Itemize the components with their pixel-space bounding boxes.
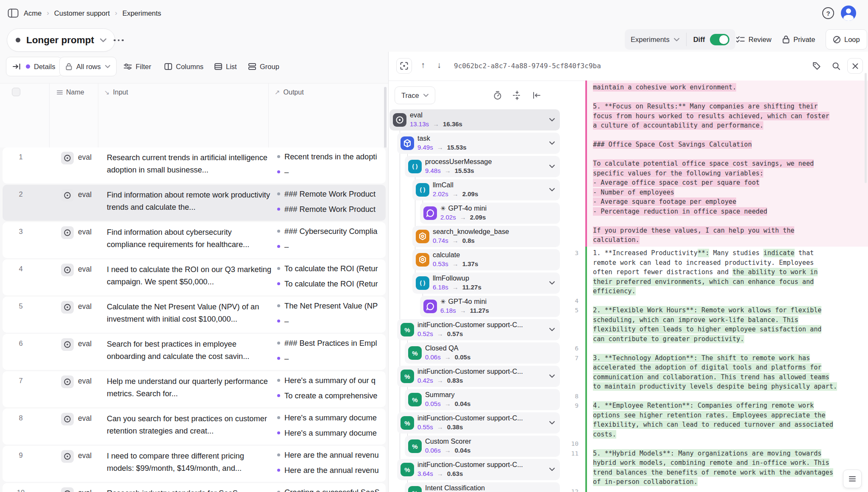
column-header-name[interactable]: Name [57, 87, 84, 97]
trace-span-row[interactable]: search_knowledge_base0.74s→0.8s [412, 226, 560, 247]
breadcrumb-project[interactable]: Customer support [54, 9, 110, 17]
table-row[interactable]: 2evalFind information about remote work … [3, 185, 386, 221]
row-number: 6 [15, 339, 26, 347]
private-label: Private [793, 36, 815, 44]
loop-icon [833, 36, 841, 44]
table-row[interactable]: 6evalSearch for best practices in employ… [3, 334, 386, 370]
chevron-down-icon[interactable] [549, 118, 555, 122]
table-row[interactable]: 8evalCan you search for best practices o… [3, 409, 386, 445]
trace-span-row[interactable]: ()llmFollowup6.18s→11.27s [412, 272, 560, 294]
details-button[interactable]: Details [6, 57, 62, 76]
table-row[interactable]: 1evalResearch current trends in artifici… [3, 147, 386, 183]
chevron-down-icon[interactable] [549, 281, 555, 285]
trace-span-row[interactable]: calculate0.53s→1.37s [412, 249, 560, 270]
trace-span-row[interactable]: ()processUserMessage9.48s→15.53s [405, 156, 560, 177]
trace-span-row[interactable]: %Intent Classification0.13s→0.08s [405, 482, 560, 492]
chevron-down-icon[interactable] [549, 188, 555, 192]
column-header-input[interactable]: ↘ Input [104, 87, 128, 97]
table-header: Name ↘ Input ↗ Output [0, 83, 388, 148]
trace-span-row[interactable]: %initFunction-Customer support-C...0.42s… [397, 366, 560, 387]
percent-span-icon: % [401, 463, 414, 476]
diff-removed-block: maintain a cohesive work environment. 5.… [585, 81, 868, 247]
table-row[interactable]: 10evalResearch industry standards for Sa… [3, 483, 386, 492]
trace-span-row[interactable]: %initFunction-Customer support-C...0.52s… [397, 319, 560, 340]
table-row[interactable]: 4evalI need to calculate the ROI on our … [3, 259, 386, 295]
close-icon [852, 63, 858, 69]
close-panel-button[interactable] [847, 58, 863, 74]
trace-span-row[interactable]: %Closed QA0.06s→0.05s [405, 342, 560, 364]
row-output-1: Here's a summary docume [277, 413, 384, 423]
diff-toggle[interactable] [710, 34, 729, 45]
percent-span-icon: % [408, 346, 422, 360]
trace-span-row[interactable]: %initFunction-Customer support-C...3.64s… [397, 459, 560, 480]
select-all-checkbox[interactable] [12, 88, 20, 96]
loop-button[interactable]: Loop [826, 29, 867, 50]
span-label: initFunction-Customer support-C... [417, 461, 547, 469]
help-icon[interactable]: ? [822, 7, 834, 19]
trace-span-row[interactable]: ✳GPT-4o mini6.18s→11.27s [420, 296, 560, 317]
trace-span-row[interactable]: ✳GPT-4o mini2.02s→2.09s [420, 203, 560, 224]
chevron-down-icon[interactable] [549, 467, 555, 471]
row-output-1: ### Cybersecurity Complia [277, 227, 384, 236]
row-output-1: To calculate the ROI (Retur [277, 264, 384, 273]
trace-span-row[interactable]: %Summary0.05s→0.04s [405, 389, 560, 410]
row-output-1: ### Remote Work Product [277, 189, 384, 199]
table-row[interactable]: 7evalHelp me understand our quarterly pe… [3, 371, 386, 407]
experiment-select[interactable]: Longer prompt [7, 28, 115, 52]
trace-span-row[interactable]: %initFunction-Customer support-C...0.55s… [397, 412, 560, 434]
filter-button[interactable]: Filter [124, 57, 151, 76]
group-button[interactable]: Group [248, 57, 279, 76]
trace-span-row[interactable]: eval13.13s→16.36s [389, 109, 560, 131]
span-label: task [417, 134, 547, 142]
private-button[interactable]: Private [782, 29, 815, 50]
sidebar-toggle-icon[interactable] [8, 8, 19, 18]
chevron-down-icon[interactable] [549, 374, 555, 378]
span-durations: 0.55s→0.38s [417, 423, 463, 431]
eval-target-icon [61, 375, 74, 388]
eval-target-icon [61, 264, 74, 276]
more-options-icon[interactable] [110, 34, 127, 47]
row-number: 9 [15, 451, 26, 459]
row-input: Search for best practices in employee on… [107, 338, 273, 362]
status-dot [16, 38, 20, 42]
row-input: Find information about remote work produ… [107, 189, 273, 213]
trace-span-row[interactable]: %Custom Scorer0.06s→0.04s [405, 436, 560, 457]
chevron-down-icon[interactable] [549, 421, 555, 425]
view-select[interactable]: Experiments [631, 36, 679, 44]
row-name: eval [78, 153, 92, 162]
chevron-down-icon[interactable] [549, 328, 555, 331]
table-row[interactable]: 3evalFind information about cybersecurit… [3, 222, 386, 258]
span-label: ✳GPT-4o mini [440, 297, 547, 306]
chat-span-icon [423, 300, 437, 313]
list-button[interactable]: List [214, 57, 237, 76]
all-rows-select[interactable]: All rows [59, 57, 117, 76]
columns-button[interactable]: Columns [164, 57, 203, 76]
diff-added-block: 1. **Increased Productivity**: Many stud… [585, 247, 868, 492]
search-icon[interactable] [832, 62, 840, 70]
table-row[interactable]: 9evalI need to compare three different p… [3, 446, 386, 482]
chevron-down-icon[interactable] [549, 141, 555, 145]
chevron-down-icon[interactable] [549, 164, 555, 168]
tag-icon[interactable] [812, 62, 821, 70]
row-input: Research industry standards for SaaS [107, 487, 273, 492]
breadcrumb-org[interactable]: Acme [24, 9, 42, 17]
diff-scrollbar[interactable] [865, 73, 867, 183]
outline-toggle-button[interactable] [843, 470, 862, 488]
span-durations: 0.06s→0.05s [425, 353, 470, 361]
row-input: Help me understand our quarterly perform… [107, 375, 273, 400]
column-header-output[interactable]: ↗ Output [275, 87, 304, 97]
avatar[interactable] [841, 6, 856, 21]
span-durations: 3.64s→0.63s [417, 470, 463, 477]
breadcrumb-section[interactable]: Experiments [122, 9, 161, 17]
row-output-2: To calculate the ROI (Retur [277, 279, 384, 289]
trace-span-row[interactable]: task9.49s→15.53s [397, 133, 560, 154]
name-header-label: Name [66, 89, 84, 96]
table-row[interactable]: 5evalCalculate the Net Present Value (NP… [3, 297, 386, 333]
trace-span-row[interactable]: ()llmCall2.02s→2.09s [412, 179, 560, 200]
columns-icon [164, 63, 172, 70]
review-button[interactable]: Review [736, 29, 771, 50]
eval-target-icon [61, 226, 74, 239]
filter-icon [124, 63, 132, 70]
group-icon [248, 63, 256, 70]
row-number: 5 [15, 302, 26, 310]
